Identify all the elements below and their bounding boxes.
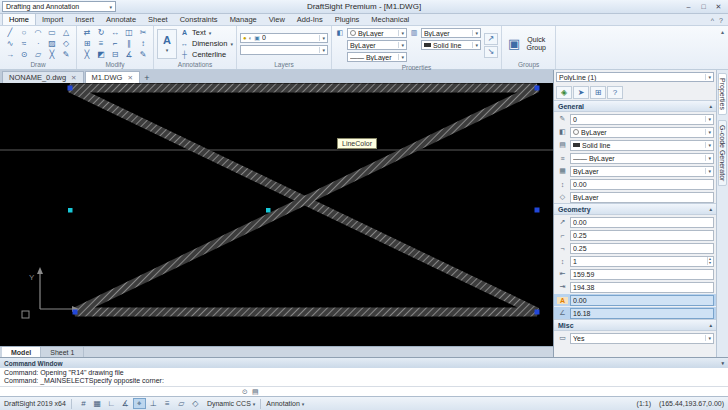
- section-misc[interactable]: Misc ▴: [554, 319, 716, 331]
- rotate-icon[interactable]: ↻: [94, 27, 108, 38]
- tab-home[interactable]: Home: [2, 13, 36, 25]
- select-arrow-icon[interactable]: ➤: [573, 86, 589, 99]
- line-color-field[interactable]: ByLayer▾: [570, 127, 714, 138]
- plane-icon[interactable]: ▱: [31, 49, 45, 60]
- close-button[interactable]: ✕: [712, 2, 725, 12]
- construction-line-icon[interactable]: ╳: [45, 49, 59, 60]
- stretch-icon[interactable]: ↔: [108, 27, 122, 38]
- hyperlink-field[interactable]: ByLayer: [570, 192, 714, 203]
- drawing-canvas[interactable]: Y LineColor: [0, 83, 553, 346]
- text-button[interactable]: A Text ▾: [180, 28, 233, 38]
- scale-indicator[interactable]: (1:1): [637, 400, 651, 407]
- copy-properties-button[interactable]: ↘: [484, 46, 498, 58]
- minimize-button[interactable]: –: [682, 2, 695, 12]
- tab-plugins[interactable]: Plugins: [329, 14, 366, 25]
- command-window-header[interactable]: Command Window ▾: [0, 358, 728, 368]
- ccs-selector[interactable]: Dynamic CCS ▾: [207, 400, 255, 407]
- sketch-icon[interactable]: ✎: [59, 49, 73, 60]
- close-icon[interactable]: ✕: [127, 74, 132, 82]
- mirror-icon[interactable]: ◫: [122, 27, 136, 38]
- angle-field[interactable]: 0.00: [570, 295, 714, 306]
- select-add-icon[interactable]: ⊞: [590, 86, 606, 99]
- tab-add-ins[interactable]: Add-Ins: [291, 14, 329, 25]
- element-filter-icon[interactable]: ◈: [556, 86, 572, 99]
- grip-top-right[interactable]: [535, 86, 540, 91]
- keyboard-icon[interactable]: ▤: [252, 388, 259, 396]
- grip-right-mid[interactable]: [535, 208, 540, 213]
- layer-field[interactable]: 0▾: [570, 114, 714, 125]
- position-y-field[interactable]: 194.38: [570, 282, 714, 293]
- lineweight-selector[interactable]: ByLayer ▾: [421, 28, 481, 38]
- vertex-field[interactable]: 0.00: [570, 217, 714, 228]
- region-icon[interactable]: ◇: [59, 38, 73, 49]
- spinner-icons[interactable]: ▴▾: [707, 257, 711, 265]
- etrack-icon[interactable]: ⊥: [147, 398, 160, 409]
- edit-icon[interactable]: ✎: [136, 49, 150, 60]
- entity-selector[interactable]: PolyLine (1) ▾: [556, 72, 714, 82]
- tab-manage[interactable]: Manage: [224, 14, 263, 25]
- angle-icon[interactable]: ∡: [122, 49, 136, 60]
- command-input[interactable]: [3, 388, 238, 396]
- arc-icon[interactable]: ◠: [31, 27, 45, 38]
- length-field[interactable]: 16.18: [570, 308, 714, 319]
- command-history[interactable]: Command: Opening "R14" drawing file Comm…: [0, 368, 728, 386]
- subtract-icon[interactable]: ⊟: [108, 49, 122, 60]
- polygon-icon[interactable]: △: [59, 27, 73, 38]
- line-weight-field[interactable]: —— ByLayer▾: [570, 153, 714, 164]
- line-icon[interactable]: ╱: [3, 27, 17, 38]
- polyline-icon[interactable]: ≈: [17, 38, 31, 49]
- parallel-icon[interactable]: ∥: [122, 38, 136, 49]
- doc-tab-m1[interactable]: M1.DWG ✕: [85, 71, 140, 83]
- snap-icon[interactable]: #: [77, 398, 90, 409]
- tab-annotate[interactable]: Annotate: [100, 14, 142, 25]
- ring-icon[interactable]: ⊙: [17, 49, 31, 60]
- vertex-count-stepper[interactable]: 1▴▾: [570, 256, 714, 267]
- linestyle-mode-selector[interactable]: ByLayer ▾: [347, 40, 407, 50]
- workspace-selector[interactable]: Drafting and Annotation ▾: [2, 1, 116, 12]
- linestyle-selector[interactable]: Solid line ▾: [421, 40, 481, 50]
- tab-mechanical[interactable]: Mechanical: [365, 14, 415, 25]
- tab-sheet[interactable]: Sheet: [142, 14, 174, 25]
- palette-tab-properties[interactable]: Properties: [718, 73, 727, 115]
- layer-state-selector[interactable]: ▾: [240, 45, 328, 55]
- doc-tab-noname[interactable]: NONAME_0.dwg ✕: [2, 71, 84, 83]
- help-icon[interactable]: ?: [719, 17, 723, 24]
- ray-icon[interactable]: →: [3, 49, 17, 60]
- help-icon[interactable]: ?: [607, 86, 623, 99]
- grid-icon[interactable]: ▦: [91, 398, 104, 409]
- start-width-field[interactable]: 0.25: [570, 230, 714, 241]
- line-style-field[interactable]: Solid line▾: [570, 140, 714, 151]
- search-icon[interactable]: ⊙: [242, 388, 248, 396]
- tab-import[interactable]: Import: [36, 14, 69, 25]
- tab-constraints[interactable]: Constraints: [174, 14, 224, 25]
- midpoint-marker-left[interactable]: [68, 208, 73, 213]
- maximize-button[interactable]: □: [697, 2, 710, 12]
- linepattern-selector[interactable]: —— ByLayer ▾: [347, 52, 407, 62]
- tab-model[interactable]: Model: [2, 347, 41, 357]
- collapse-ribbon-icon[interactable]: ▴: [721, 28, 724, 35]
- midpoint-marker-center[interactable]: [266, 208, 271, 213]
- rectangle-icon[interactable]: ▭: [45, 27, 59, 38]
- grip-bottom-left[interactable]: [73, 310, 78, 315]
- closed-field[interactable]: Yes▾: [570, 333, 714, 344]
- trim-icon[interactable]: ✂: [136, 27, 150, 38]
- hourglass-polyline[interactable]: [70, 88, 537, 312]
- palette-tab-gcode[interactable]: G-code Generator: [718, 120, 727, 186]
- circle-icon[interactable]: ○: [17, 27, 31, 38]
- dimension-button[interactable]: ↔ Dimension ▾: [180, 39, 233, 49]
- ortho-icon[interactable]: ∟: [105, 398, 118, 409]
- move-icon[interactable]: ⇄: [80, 27, 94, 38]
- grip-bottom-right[interactable]: [535, 310, 540, 315]
- workspace-switcher[interactable]: Annotation ▾: [266, 400, 304, 407]
- tab-insert[interactable]: Insert: [69, 14, 100, 25]
- layer-selector[interactable]: ● ◐ ▣ 0 ▾: [240, 33, 328, 43]
- centerline-button[interactable]: ┼ Centerline: [180, 50, 233, 60]
- spline-icon[interactable]: ∿: [3, 38, 17, 49]
- esnap-icon[interactable]: ⌖: [133, 398, 146, 409]
- explode-icon[interactable]: ╳: [80, 49, 94, 60]
- section-general[interactable]: General ▴: [554, 100, 716, 112]
- section-geometry[interactable]: Geometry ▴: [554, 203, 716, 215]
- collapse-ribbon-icon[interactable]: ^: [711, 17, 714, 24]
- hatch-icon[interactable]: ▨: [45, 38, 59, 49]
- array-icon[interactable]: ⊞: [80, 38, 94, 49]
